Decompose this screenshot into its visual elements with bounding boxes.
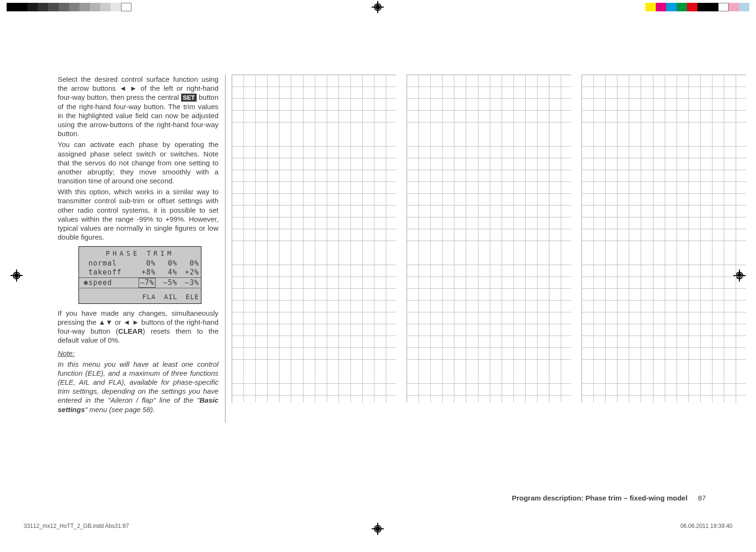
note-heading: Note: xyxy=(58,349,218,358)
grid-3 xyxy=(582,75,746,403)
set-badge: SET xyxy=(181,94,197,102)
slug-line: 33112_mx12_HoTT_2_GB.indd Abs31:87 06.06… xyxy=(24,523,732,529)
lcd-r2-label: takeoff xyxy=(88,268,122,276)
lcd-r2-ele: +2% xyxy=(179,268,201,277)
note-b: " menu (see page 58). xyxy=(85,405,155,414)
lcd-r2-fla: +8% xyxy=(132,268,157,277)
paragraph-3: With this option, which works in a simil… xyxy=(58,187,218,242)
lcd-table: normal 0% 0% 0% takeoff +8% 4% +2% ✽spee… xyxy=(79,259,201,301)
lcd-r3-label: speed xyxy=(88,278,112,287)
lcd-title: PHASE TRIM xyxy=(79,250,201,258)
lcd-r1-label: normal xyxy=(88,259,117,267)
clear-label: CLEAR xyxy=(118,327,143,335)
note-body: In this menu you will have at least one … xyxy=(58,360,218,414)
lcd-phase-trim: PHASE TRIM normal 0% 0% 0% takeoff +8% 4… xyxy=(78,246,201,303)
lcd-col-ail: AIL xyxy=(157,288,179,301)
lcd-row-takeoff: takeoff +8% 4% +2% xyxy=(79,268,201,277)
lcd-r3-ail: –5% xyxy=(157,277,179,288)
note-a: In this menu you will have at least one … xyxy=(58,360,218,405)
color-bar-left xyxy=(7,3,131,11)
lcd-r3-ele: –3% xyxy=(179,277,201,288)
lcd-r2-ail: 4% xyxy=(157,268,179,277)
paragraph-1: Select the desired control surface funct… xyxy=(58,75,218,138)
section-title: Program description: Phase trim – fixed-… xyxy=(512,494,687,502)
page-number: 87 xyxy=(698,494,706,502)
grid-2 xyxy=(407,75,571,403)
registration-mark-top xyxy=(372,1,384,13)
lcd-col-fla: FLA xyxy=(132,288,157,301)
lcd-r1-fla: 0% xyxy=(132,259,157,268)
slug-file: 33112_mx12_HoTT_2_GB.indd Abs31:87 xyxy=(24,523,129,529)
page-footer: Program description: Phase trim – fixed-… xyxy=(512,494,706,502)
lcd-r1-ele: 0% xyxy=(179,259,201,268)
body-column: Select the desired control surface funct… xyxy=(58,75,218,416)
grid-1 xyxy=(232,75,396,403)
lcd-row-speed: ✽speed –7% –5% –3% xyxy=(79,277,201,288)
lcd-row-normal: normal 0% 0% 0% xyxy=(79,259,201,268)
slug-timestamp: 06.06.2011 19:39:40 xyxy=(680,523,732,529)
lcd-footer-row: FLA AIL ELE xyxy=(79,288,201,301)
paragraph-4: If you have made any changes, simultaneo… xyxy=(58,309,218,345)
lcd-r1-ail: 0% xyxy=(157,259,179,268)
lcd-active-marker: ✽ xyxy=(84,278,88,287)
lcd-col-ele: ELE xyxy=(179,288,201,301)
column-divider-1 xyxy=(225,75,226,423)
paragraph-2: You can activate each phase by operating… xyxy=(58,140,218,185)
lcd-r3-fla-selected: –7% xyxy=(139,278,156,288)
note-grids xyxy=(232,75,746,403)
color-bar-right xyxy=(645,3,749,11)
registration-mark-left xyxy=(10,269,23,282)
